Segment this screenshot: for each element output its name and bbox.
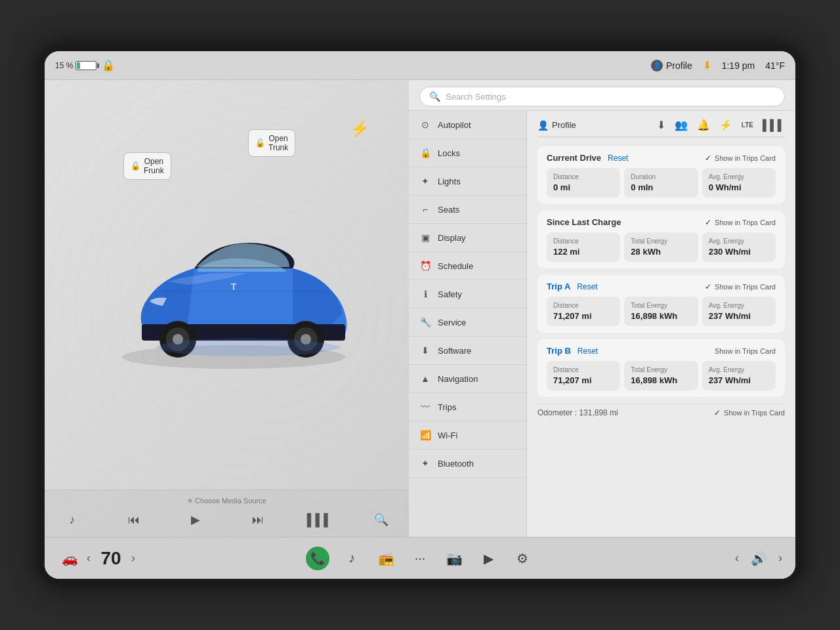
music-taskbar-button[interactable]: ♪: [340, 547, 364, 570]
media-play-button[interactable]: ▶: [476, 547, 500, 570]
status-center: 👤 Profile ⬇ 1:19 pm 41°F: [651, 59, 785, 72]
profile-header-label: Profile: [552, 120, 576, 130]
odometer-label: Odometer :: [537, 408, 577, 417]
menu-item-locks[interactable]: 🔒 Locks: [409, 139, 526, 167]
bluetooth-header-icon[interactable]: ⚡: [719, 119, 732, 131]
schedule-icon: ⏰: [419, 260, 431, 272]
current-drive-energy-label: Avg. Energy: [709, 173, 769, 180]
menu-item-lights[interactable]: ✦ Lights: [409, 167, 526, 196]
trip-a-title: Trip A: [547, 282, 570, 291]
volume-taskbar-icon[interactable]: 🔊: [747, 547, 770, 570]
trip-b-distance-label: Distance: [553, 366, 614, 373]
menu-item-display[interactable]: ▣ Display: [409, 224, 526, 252]
bluetooth-icon: ✦: [419, 457, 431, 469]
radio-taskbar-button[interactable]: 📻: [374, 547, 398, 570]
car-taskbar-icon[interactable]: 🚗: [58, 547, 81, 570]
camera-taskbar-button[interactable]: 📷: [442, 547, 466, 570]
search-bar[interactable]: 🔍 Search Settings: [419, 87, 785, 106]
more-options-button[interactable]: ···: [408, 547, 432, 570]
profile-header-item: 👤 Profile: [537, 120, 576, 131]
current-drive-title: Current Drive: [547, 153, 601, 163]
menu-item-service[interactable]: 🔧 Service: [409, 308, 526, 337]
menu-item-software[interactable]: ⬇ Software: [409, 337, 526, 365]
settings-taskbar-button[interactable]: ⚙: [511, 547, 534, 570]
battery-fill: [77, 62, 80, 69]
current-drive-header: Current Drive Reset ✓ Show in Trips Card: [547, 153, 776, 163]
locks-icon: 🔒: [419, 147, 431, 159]
speed-display: ‹ 70 ›: [87, 548, 135, 569]
battery-percent-label: 15 %: [55, 61, 73, 70]
odometer-info: Odometer : 131,898 mi: [537, 408, 618, 417]
menu-item-seats[interactable]: ⌐ Seats: [409, 196, 526, 224]
trip-a-header: Trip A Reset ✓ Show in Trips Card: [547, 282, 776, 291]
software-icon: ⬇: [419, 345, 431, 356]
trip-a-reset-button[interactable]: Reset: [577, 282, 597, 291]
trip-b-stats: Distance 71,207 mi Total Energy 16,898 k…: [547, 361, 776, 390]
autopilot-label: Autopilot: [438, 120, 471, 130]
status-bar: 15 % 🔒 👤 Profile ⬇ 1:19 pm 41°F: [45, 51, 795, 80]
current-drive-distance-label: Distance: [553, 173, 614, 180]
temperature-display: 41°F: [765, 60, 785, 71]
profile-button[interactable]: 👤 Profile: [651, 60, 692, 72]
download-header-icon[interactable]: ⬇: [657, 119, 665, 131]
autopilot-icon: ⊙: [419, 119, 431, 131]
menu-item-wifi[interactable]: 📶 Wi-Fi: [409, 421, 526, 450]
since-last-charge-distance-box: Distance 122 mi: [547, 232, 620, 262]
odometer-check-icon: ✓: [714, 408, 721, 417]
trip-b-distance-value: 71,207 mi: [553, 375, 614, 385]
menu-item-trips[interactable]: 〰 Trips: [409, 393, 526, 421]
seats-label: Seats: [438, 205, 459, 215]
current-drive-show-trips-label: Show in Trips Card: [715, 154, 776, 162]
menu-item-bluetooth[interactable]: ✦ Bluetooth: [409, 450, 526, 478]
bell-header-icon[interactable]: 🔔: [697, 119, 710, 131]
taskbar: 🚗 ‹ 70 › 📞 ♪ 📻 ··· 📷 ▶ ⚙ ‹ 🔊 ›: [45, 537, 795, 579]
taskbar-chevron-right[interactable]: ›: [778, 551, 782, 565]
menu-item-schedule[interactable]: ⏰ Schedule: [409, 252, 526, 280]
odometer-row: Odometer : 131,898 mi ✓ Show in Trips Ca…: [537, 404, 785, 421]
profile-header-icon: 👤: [537, 120, 549, 131]
detail-panel: 👤 Profile ⬇ 👥 🔔 ⚡ LTE ▌▌▌: [527, 111, 795, 537]
speed-decrease-button[interactable]: ‹: [87, 551, 91, 565]
trip-b-reset-button[interactable]: Reset: [578, 346, 598, 356]
car-image-area: 🔓 OpenFrunk 🔓 OpenTrunk ⚡: [45, 93, 409, 490]
detail-header: 👤 Profile ⬇ 👥 🔔 ⚡ LTE ▌▌▌: [537, 119, 785, 137]
trip-a-show-trips-label: Show in Trips Card: [715, 283, 776, 291]
menu-item-navigation[interactable]: ▲ Navigation: [409, 365, 526, 393]
lights-icon: ✦: [419, 175, 431, 187]
lte-indicator: LTE: [742, 121, 753, 129]
current-drive-section: Current Drive Reset ✓ Show in Trips Card: [537, 146, 785, 204]
trip-a-avg-energy-label: Avg. Energy: [709, 302, 769, 309]
current-drive-energy-value: 0 Wh/mi: [709, 182, 769, 192]
trip-b-section: Trip B Reset Show in Trips Card Distance: [537, 339, 785, 397]
taskbar-chevron-left[interactable]: ‹: [735, 551, 739, 565]
phone-button[interactable]: 📞: [306, 547, 329, 570]
since-last-charge-energy-box: Total Energy 28 kWh: [624, 232, 698, 262]
current-drive-reset-button[interactable]: Reset: [608, 154, 628, 163]
trunk-lock-icon: 🔓: [255, 138, 265, 148]
safety-label: Safety: [438, 289, 462, 299]
since-last-charge-stats: Distance 122 mi Total Energy 28 kWh Avg.…: [547, 232, 776, 262]
since-last-charge-check-icon: ✓: [705, 218, 711, 227]
trip-a-distance-label: Distance: [553, 302, 614, 309]
current-drive-duration-value: 0 mIn: [631, 182, 691, 192]
status-left: 15 % 🔒: [55, 59, 643, 72]
schedule-label: Schedule: [438, 261, 473, 271]
open-frunk-button[interactable]: 🔓 OpenFrunk: [123, 152, 171, 180]
menu-item-safety[interactable]: ℹ Safety: [409, 280, 526, 308]
users-header-icon[interactable]: 👥: [675, 119, 688, 131]
trip-a-check-icon: ✓: [705, 282, 711, 291]
right-panel: 🔍 Search Settings ⊙ Autopilot 🔒 Locks: [409, 80, 795, 537]
trip-b-total-energy-box: Total Energy 16,898 kWh: [624, 361, 698, 390]
trip-a-total-energy-label: Total Energy: [631, 302, 691, 309]
seats-icon: ⌐: [419, 203, 431, 215]
open-trunk-button[interactable]: 🔓 OpenTrunk: [248, 129, 295, 157]
since-last-charge-distance-value: 122 mi: [553, 247, 614, 257]
menu-item-autopilot[interactable]: ⊙ Autopilot: [409, 111, 526, 139]
trip-b-avg-energy-box: Avg. Energy 237 Wh/mi: [702, 361, 776, 390]
speed-value: 70: [94, 548, 127, 569]
trip-b-show-trips-label: Show in Trips Card: [715, 347, 776, 355]
service-icon: 🔧: [419, 316, 431, 328]
charging-icon: ⚡: [350, 119, 369, 138]
speed-increase-button[interactable]: ›: [131, 551, 135, 565]
since-last-charge-avg-energy-label: Avg. Energy: [709, 238, 769, 245]
